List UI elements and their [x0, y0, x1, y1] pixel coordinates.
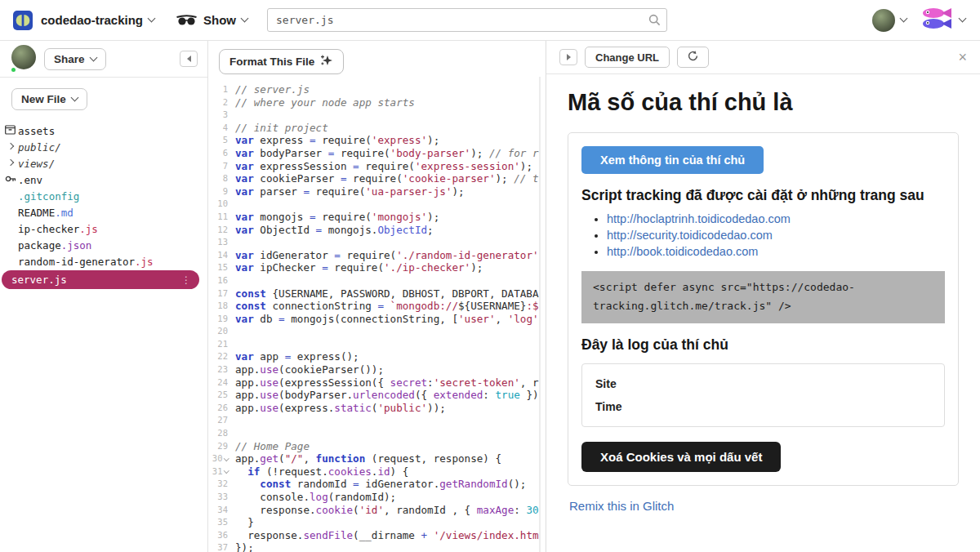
file-item-public[interactable]: public/ [0, 139, 207, 155]
glitch-logo-icon[interactable] [13, 11, 33, 30]
change-url-button[interactable]: Change URL [585, 47, 670, 68]
code-line-25[interactable]: 25app.use(bodyParser.urlencoded({ extend… [208, 389, 546, 402]
log-box: SiteTime [581, 363, 945, 427]
line-number: 19 [208, 313, 235, 326]
code-line-16[interactable]: 16 [208, 274, 546, 287]
code-line-15[interactable]: 15var ipChecker = require('./ip-checker'… [208, 261, 546, 274]
chevron-down-icon [959, 15, 967, 23]
code-line-37[interactable]: 37}); [208, 541, 546, 552]
file-item-gitconfig[interactable]: .gitconfig [0, 188, 207, 204]
line-number: 3 [208, 109, 235, 122]
new-file-button[interactable]: New File [11, 88, 87, 110]
code-line-18[interactable]: 18const connectionString = `mongodb://${… [208, 300, 546, 313]
file-item-views[interactable]: views/ [0, 155, 207, 171]
fish-flag-icon [921, 7, 954, 33]
file-item-readme[interactable]: README.md [0, 204, 207, 220]
code-line-6[interactable]: 6var bodyParser = require('body-parser')… [208, 147, 546, 160]
code-line-11[interactable]: 11var mongojs = require('mongojs'); [208, 211, 546, 224]
code-line-12[interactable]: 12var ObjectId = mongojs.ObjectId; [208, 224, 546, 237]
code-line-31[interactable]: 31 if (!request.cookies.id) { [208, 465, 546, 479]
file-item-random-id-generator[interactable]: random-id-generator.js [0, 253, 207, 269]
code-line-27[interactable]: 27 [208, 414, 546, 427]
code-line-23[interactable]: 23app.use(cookieParser()); [208, 363, 546, 376]
file-name: random-id-generator [18, 256, 135, 268]
code-line-34[interactable]: 34 response.cookie('id', randomId , { ma… [208, 504, 546, 517]
code-editor[interactable]: Format This File 1// server.js2// where … [208, 41, 546, 552]
line-number: 37 [208, 541, 235, 552]
script-snippet: <script defer async src="https://codedao… [581, 271, 945, 323]
code-line-8[interactable]: 8var cookieParser = require('cookie-pars… [208, 172, 546, 185]
show-menu[interactable]: Show [154, 13, 247, 27]
tracked-sites-list: http://hoclaptrinh.toidicodedao.comhttp:… [581, 212, 945, 258]
code-line-29[interactable]: 29// Home Page [208, 440, 546, 453]
code-line-4[interactable]: 4// init project [208, 122, 546, 135]
share-button[interactable]: Share [44, 48, 106, 70]
file-name: .gitconfig [18, 190, 79, 203]
line-number: 9 [208, 185, 235, 198]
list-item: http://hoclaptrinh.toidicodedao.com [607, 212, 945, 225]
line-number: 34 [208, 504, 235, 517]
project-menu[interactable]: codedao-tracking [41, 13, 154, 27]
expand-preview-button[interactable] [559, 49, 577, 65]
code-line-36[interactable]: 36 response.sendFile(__dirname + '/views… [208, 529, 546, 542]
code-line-22[interactable]: 22var app = express(); [208, 350, 546, 363]
code-line-3[interactable]: 3 [208, 109, 546, 122]
code-line-14[interactable]: 14var idGenerator = require('./random-id… [208, 249, 546, 262]
file-item-env[interactable]: .env [0, 171, 207, 188]
code-line-13[interactable]: 13 [208, 236, 546, 249]
collapse-sidebar-button[interactable] [180, 51, 198, 67]
file-item-package[interactable]: package.json [0, 237, 207, 253]
search-icon[interactable] [648, 14, 661, 29]
file-item-server-js[interactable]: server.js⋮ [2, 270, 199, 289]
tracked-site-link[interactable]: http://security.toidicodedao.com [607, 229, 773, 242]
code-line-2[interactable]: 2// where your node app starts [208, 96, 546, 109]
code-line-35[interactable]: 35 } [208, 516, 546, 529]
tracked-site-link[interactable]: http://book.toidicodedao.com [607, 245, 758, 258]
code-line-9[interactable]: 9var parser = require('ua-parser-js'); [208, 185, 546, 198]
tracked-site-link[interactable]: http://hoclaptrinh.toidicodedao.com [607, 212, 791, 225]
code-line-20[interactable]: 20 [208, 325, 546, 338]
close-icon[interactable]: × [958, 50, 967, 65]
file-ext: .js [135, 256, 154, 268]
line-number: 12 [208, 224, 235, 237]
chevron-down-icon [89, 53, 97, 61]
page-title: Mã số của thí chủ là [568, 89, 959, 116]
code-area[interactable]: 1// server.js2// where your node app sta… [208, 83, 546, 552]
code-line-7[interactable]: 7var expressSession = require('express-s… [208, 160, 546, 173]
file-name: server.js [11, 274, 67, 286]
code-line-24[interactable]: 24app.use(expressSession({ secret:'secre… [208, 376, 546, 390]
triangle-right-icon [567, 54, 571, 60]
glitch-fish-menu[interactable] [921, 7, 965, 33]
search-input[interactable] [267, 8, 667, 32]
file-item-ip-checker[interactable]: ip-checker.js [0, 220, 207, 237]
code-line-28[interactable]: 28 [208, 427, 546, 440]
file-options-icon[interactable]: ⋮ [181, 274, 191, 286]
file-list: assetspublic/views/.env.gitconfigREADME.… [0, 118, 207, 289]
remix-link[interactable]: Remix this in Glitch [569, 499, 674, 513]
user-menu[interactable] [872, 9, 906, 32]
code-line-32[interactable]: 32 const randomId = idGenerator.getRando… [208, 478, 546, 491]
code-line-1[interactable]: 1// server.js [208, 83, 546, 96]
format-file-button[interactable]: Format This File [219, 49, 344, 74]
line-number: 17 [208, 287, 235, 300]
file-item-assets[interactable]: assets [0, 122, 207, 139]
list-item: http://book.toidicodedao.com [607, 245, 945, 258]
refresh-button[interactable] [677, 47, 709, 68]
new-file-label: New File [21, 93, 66, 105]
member-avatar[interactable] [11, 45, 36, 73]
view-info-button[interactable]: Xem thông tin của thí chủ [581, 146, 764, 174]
editor-scrollbar[interactable] [539, 77, 541, 552]
code-line-33[interactable]: 33 console.log(randomId); [208, 491, 546, 504]
clear-cookies-button[interactable]: Xoá Cookies và mọi dấu vết [581, 442, 781, 472]
line-number: 24 [208, 376, 235, 390]
code-line-19[interactable]: 19var db = mongojs(connectionString, ['u… [208, 313, 546, 326]
archive-icon [5, 125, 16, 135]
code-line-26[interactable]: 26app.use(express.static('public')); [208, 402, 546, 415]
list-item: http://security.toidicodedao.com [607, 229, 945, 242]
code-line-30[interactable]: 30app.get("/", function (request, respon… [208, 452, 546, 465]
code-line-10[interactable]: 10 [208, 198, 546, 211]
code-line-17[interactable]: 17const {USERNAME, PASSWORD, DBHOST, DBP… [208, 287, 546, 300]
code-line-5[interactable]: 5var express = require('express'); [208, 134, 546, 147]
code-line-21[interactable]: 21 [208, 338, 546, 351]
line-number: 2 [208, 96, 235, 109]
